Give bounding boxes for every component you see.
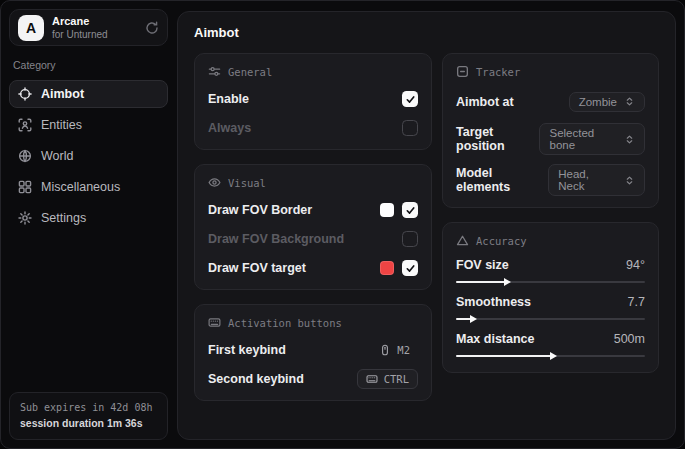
fov-size-slider[interactable] xyxy=(456,281,645,283)
brand-logo: A xyxy=(18,15,44,41)
setting-row-fov-border: Draw FOV Border xyxy=(208,200,418,220)
keyboard-icon xyxy=(366,373,378,385)
fov-background-checkbox[interactable] xyxy=(402,231,418,247)
dropdown-value: Head, Neck xyxy=(558,168,617,192)
keybind-value: M2 xyxy=(397,344,410,356)
sidebar-item-label: Miscellaneous xyxy=(41,180,120,194)
dropdown-value: Selected bone xyxy=(549,127,617,151)
brand-subtitle: for Unturned xyxy=(52,29,137,40)
smoothness-slider[interactable] xyxy=(456,318,645,320)
smoothness-setting: Smoothness 7.7 xyxy=(456,295,645,320)
dropdown-value: Zombie xyxy=(579,96,617,108)
tracker-card: Tracker Aimbot at Zombie Target position xyxy=(442,53,659,208)
chevrons-up-down-icon xyxy=(624,175,635,186)
setting-row-fov-background: Draw FOV Background xyxy=(208,229,418,249)
setting-row-second-keybind: Second keybind CTRL xyxy=(208,369,418,389)
setting-row-always: Always xyxy=(208,118,418,138)
grid-icon xyxy=(18,180,32,194)
globe-icon xyxy=(18,149,32,163)
first-keybind-button[interactable]: M2 xyxy=(371,341,418,359)
brand-text: Arcane for Unturned xyxy=(52,15,137,39)
setting-label: First keybind xyxy=(208,343,286,357)
setting-label: Target position xyxy=(456,125,539,153)
card-title: Activation buttons xyxy=(228,317,342,329)
setting-row-model-elements: Model elements Head, Neck xyxy=(456,164,645,196)
target-position-dropdown[interactable]: Selected bone xyxy=(539,123,645,155)
setting-label: Draw FOV Background xyxy=(208,232,344,246)
entity-scan-icon xyxy=(18,118,32,132)
visual-card: Visual Draw FOV Border Draw FOV Backgrou… xyxy=(194,164,432,290)
sidebar-item-label: Entities xyxy=(41,118,82,132)
category-label: Category xyxy=(13,59,164,71)
sliders-icon xyxy=(208,65,221,78)
chevrons-up-down-icon xyxy=(624,134,635,145)
keyboard-icon xyxy=(208,316,221,329)
fov-target-checkbox[interactable] xyxy=(402,260,418,276)
sidebar: A Arcane for Unturned Category Aimbot xyxy=(1,1,176,448)
session-duration-text: session duration 1m 36s xyxy=(20,416,157,431)
sidebar-item-entities[interactable]: Entities xyxy=(9,111,168,139)
max-distance-value: 500m xyxy=(614,332,645,346)
max-distance-slider[interactable] xyxy=(456,355,645,357)
setting-label: Aimbot at xyxy=(456,95,514,109)
right-column: Tracker Aimbot at Zombie Target position xyxy=(442,53,659,373)
sidebar-item-settings[interactable]: Settings xyxy=(9,204,168,232)
sidebar-item-label: Settings xyxy=(41,211,86,225)
brand-card: A Arcane for Unturned xyxy=(9,9,168,46)
setting-label: Enable xyxy=(208,92,249,106)
sidebar-item-label: Aimbot xyxy=(41,87,84,101)
setting-row-first-keybind: First keybind M2 xyxy=(208,340,418,360)
main-panel: Aimbot General Enable xyxy=(177,11,676,440)
sidebar-item-label: World xyxy=(41,149,73,163)
app-window: A Arcane for Unturned Category Aimbot xyxy=(0,0,685,449)
card-title: Accuracy xyxy=(476,235,527,247)
sidebar-item-miscellaneous[interactable]: Miscellaneous xyxy=(9,173,168,201)
card-title: General xyxy=(228,66,272,78)
setting-label: Always xyxy=(208,121,251,135)
keybind-value: CTRL xyxy=(384,373,409,385)
max-distance-setting: Max distance 500m xyxy=(456,332,645,357)
mouse-icon xyxy=(379,344,391,356)
eye-icon xyxy=(208,176,221,189)
sidebar-item-aimbot[interactable]: Aimbot xyxy=(9,80,168,108)
tracker-box-icon xyxy=(456,65,469,78)
setting-label: Model elements xyxy=(456,166,548,194)
card-title: Tracker xyxy=(476,66,520,78)
general-card: General Enable Always xyxy=(194,53,432,150)
enable-checkbox[interactable] xyxy=(402,91,418,107)
crosshair-icon xyxy=(18,87,32,101)
subscription-status: Sub expires in 42d 08h session duration … xyxy=(9,392,168,440)
setting-label: Max distance xyxy=(456,332,535,346)
setting-label: Draw FOV Border xyxy=(208,203,312,217)
accuracy-card: Accuracy FOV size 94° xyxy=(442,222,659,373)
setting-label: FOV size xyxy=(456,258,509,272)
fov-target-color-swatch[interactable] xyxy=(380,261,394,275)
setting-row-fov-target: Draw FOV target xyxy=(208,258,418,278)
triangle-icon xyxy=(456,234,469,247)
sidebar-item-world[interactable]: World xyxy=(9,142,168,170)
page-title: Aimbot xyxy=(194,25,659,40)
brand-name: Arcane xyxy=(52,15,137,27)
chevrons-up-down-icon xyxy=(624,96,635,107)
setting-row-enable: Enable xyxy=(208,89,418,109)
fov-border-color-swatch[interactable] xyxy=(380,203,394,217)
slider-thumb[interactable] xyxy=(470,315,477,323)
slider-thumb[interactable] xyxy=(550,352,557,360)
slider-thumb[interactable] xyxy=(504,278,511,286)
setting-label: Draw FOV target xyxy=(208,261,306,275)
always-checkbox[interactable] xyxy=(402,120,418,136)
aimbot-at-dropdown[interactable]: Zombie xyxy=(569,92,645,112)
setting-row-target-position: Target position Selected bone xyxy=(456,123,645,155)
sub-expiry-text: Sub expires in 42d 08h xyxy=(20,401,157,416)
fov-size-setting: FOV size 94° xyxy=(456,258,645,283)
model-elements-dropdown[interactable]: Head, Neck xyxy=(548,164,645,196)
smoothness-value: 7.7 xyxy=(628,295,645,309)
gear-icon xyxy=(18,211,32,225)
second-keybind-button[interactable]: CTRL xyxy=(357,369,418,389)
left-column: General Enable Always xyxy=(194,53,432,401)
fov-size-value: 94° xyxy=(626,258,645,272)
fov-border-checkbox[interactable] xyxy=(402,202,418,218)
setting-label: Second keybind xyxy=(208,372,304,386)
setting-label: Smoothness xyxy=(456,295,531,309)
sync-icon[interactable] xyxy=(145,21,159,35)
